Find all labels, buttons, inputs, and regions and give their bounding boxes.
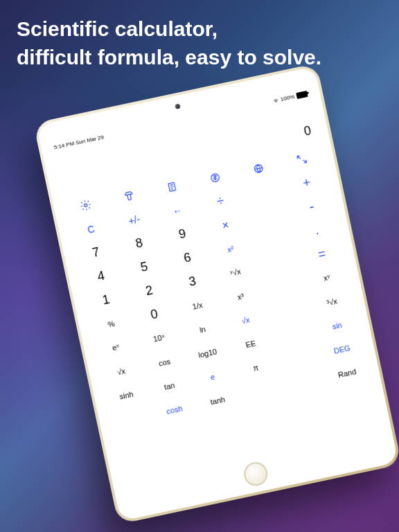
front-camera <box>175 103 180 109</box>
headline-line1: Scientific calculator, <box>17 15 321 44</box>
home-button[interactable] <box>242 460 269 488</box>
app-screen: 5:14 PM Sun Mar 29 100% 0 <box>51 89 382 488</box>
svg-point-1 <box>85 204 88 207</box>
wifi-icon <box>272 97 279 105</box>
headline-line2: difficult formula, easy to solve. <box>17 44 321 72</box>
tablet-device: 5:14 PM Sun Mar 29 100% 0 <box>33 63 399 524</box>
svg-point-0 <box>276 102 276 103</box>
